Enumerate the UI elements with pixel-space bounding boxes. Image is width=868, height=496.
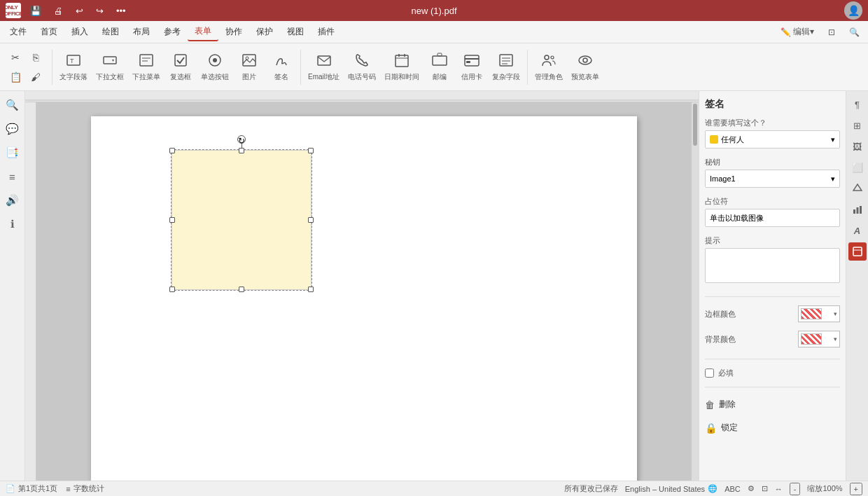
tool-rolemanager[interactable]: 管理角色 bbox=[531, 49, 566, 85]
tool-image[interactable]: 图片 bbox=[234, 49, 265, 85]
rolemanager-icon bbox=[540, 52, 557, 71]
menu-item-draw[interactable]: 绘图 bbox=[95, 23, 126, 41]
image-element[interactable]: ↻ bbox=[172, 150, 312, 290]
mini-sidebar-shape[interactable] bbox=[848, 179, 867, 198]
tool-dropmenu[interactable]: 下拉菜单 bbox=[129, 49, 164, 85]
handle-tc[interactable] bbox=[239, 148, 244, 153]
spell-check[interactable]: ABC bbox=[724, 485, 741, 493]
hint-textarea[interactable] bbox=[705, 248, 840, 283]
email-icon bbox=[316, 52, 332, 71]
tool-radio[interactable]: 单选按钮 bbox=[197, 49, 232, 85]
v-scrollbar[interactable] bbox=[692, 102, 699, 481]
undo-button[interactable]: ↩ bbox=[72, 4, 87, 18]
sidebar-speaker-icon[interactable]: 🔊 bbox=[3, 191, 22, 210]
tool-email[interactable]: Email地址 bbox=[304, 49, 343, 85]
zoom-out-button[interactable]: - bbox=[790, 483, 801, 495]
menu-item-view[interactable]: 视图 bbox=[280, 23, 311, 41]
tool-datetime[interactable]: 日期和时间 bbox=[381, 49, 423, 85]
canvas-area[interactable]: ↻ bbox=[36, 102, 692, 481]
handle-mr[interactable] bbox=[308, 217, 314, 223]
status-bar: 📄 第1页共1页 ≡ 字数统计 所有更改已保存 English – United… bbox=[0, 481, 868, 496]
cut-button[interactable]: ✂ bbox=[6, 48, 25, 67]
scrollbar-thumb[interactable] bbox=[693, 104, 697, 146]
svg-rect-18 bbox=[465, 55, 479, 66]
save-button[interactable]: 💾 bbox=[27, 4, 45, 18]
search-button[interactable]: 🔍 bbox=[844, 25, 865, 39]
sidebar-align-icon[interactable]: ≡ bbox=[3, 167, 22, 186]
sidebar-bookmark-icon[interactable]: 📑 bbox=[3, 143, 22, 163]
sidebar-info-icon[interactable]: ℹ bbox=[3, 214, 22, 234]
sidebar-comment-icon[interactable]: 💬 bbox=[3, 119, 22, 139]
delete-button[interactable]: 🗑 删除 bbox=[705, 396, 840, 413]
title-bar: ONLYOFFICE 💾 🖨 ↩ ↪ ••• new (1).pdf 👤 bbox=[0, 0, 868, 21]
page-info: 📄 第1页共1页 bbox=[6, 483, 57, 494]
zoom-in-button[interactable]: + bbox=[850, 483, 862, 495]
tool-creditcard[interactable]: 信用卡 bbox=[456, 49, 487, 85]
mini-sidebar-table[interactable]: ⊞ bbox=[848, 116, 867, 135]
toolbar-bottom-row: 📋 🖌 bbox=[6, 68, 46, 86]
fit-page-icon: ⊡ bbox=[762, 484, 768, 493]
menu-item-home[interactable]: 首页 bbox=[34, 23, 64, 41]
bg-color-picker[interactable]: ▾ bbox=[798, 331, 840, 347]
word-count[interactable]: ≡ 字数统计 bbox=[66, 483, 104, 494]
required-label: 必填 bbox=[718, 368, 734, 378]
dropmenu-label: 下拉菜单 bbox=[132, 72, 160, 82]
rotate-handle[interactable]: ↻ bbox=[237, 135, 246, 144]
mini-sidebar-header[interactable]: ⬜ bbox=[848, 158, 867, 177]
handle-tl[interactable] bbox=[169, 148, 175, 153]
menu-item-insert[interactable]: 插入 bbox=[64, 23, 95, 41]
location-button[interactable]: ⊡ bbox=[822, 25, 841, 39]
tool-phone[interactable]: 电话号码 bbox=[344, 49, 379, 85]
handle-tr[interactable] bbox=[308, 148, 314, 153]
menu-item-protect[interactable]: 保护 bbox=[249, 23, 280, 41]
handle-br[interactable] bbox=[308, 287, 314, 292]
format-paint-button[interactable]: 🖌 bbox=[26, 68, 46, 86]
tool-signature[interactable]: 签名 bbox=[266, 49, 297, 85]
tool-previewform[interactable]: 预览表单 bbox=[568, 49, 603, 85]
copy-button[interactable]: ⎘ bbox=[26, 48, 46, 67]
fit-page[interactable]: ⊡ bbox=[762, 484, 768, 493]
print-button[interactable]: 🖨 bbox=[50, 4, 66, 18]
handle-bl[interactable] bbox=[169, 287, 175, 292]
save-status: 所有更改已保存 bbox=[564, 483, 618, 494]
fit-width[interactable]: ↔ bbox=[775, 485, 783, 493]
paste-button[interactable]: 📋 bbox=[6, 68, 25, 86]
creditcard-icon bbox=[463, 52, 480, 71]
handle-bc[interactable] bbox=[239, 287, 244, 292]
lock-label: 锁定 bbox=[721, 422, 738, 434]
edit-mode-button[interactable]: ✏️ 编辑▾ bbox=[775, 24, 820, 40]
redo-button[interactable]: ↪ bbox=[92, 4, 107, 18]
menu-item-file[interactable]: 文件 bbox=[3, 23, 34, 41]
required-checkbox[interactable] bbox=[705, 368, 714, 378]
tool-textbox[interactable]: T 文字段落 bbox=[56, 49, 91, 85]
handle-ml[interactable] bbox=[169, 217, 175, 223]
language-selector[interactable]: English – United States 🌐 bbox=[625, 484, 718, 493]
tool-checkbox[interactable]: 复选框 bbox=[165, 49, 196, 85]
placeholder-input[interactable] bbox=[705, 209, 840, 227]
secret-key-dropdown[interactable]: Image1 ▾ bbox=[705, 170, 840, 188]
lock-button[interactable]: 🔒 锁定 bbox=[705, 419, 840, 436]
who-fills-value: 任何人 bbox=[721, 135, 744, 145]
tool-dropdown[interactable]: 下拉文框 bbox=[92, 49, 127, 85]
tool-multiline[interactable]: 复杂字段 bbox=[489, 49, 524, 85]
panel-divider-1 bbox=[705, 296, 840, 297]
phone-icon bbox=[354, 52, 370, 71]
menu-item-cooperate[interactable]: 协作 bbox=[218, 23, 249, 41]
menu-item-plugins[interactable]: 插件 bbox=[311, 23, 342, 41]
menu-item-table[interactable]: 表单 bbox=[188, 22, 218, 41]
track-changes[interactable]: ⚙ bbox=[748, 484, 755, 493]
more-button[interactable]: ••• bbox=[113, 4, 130, 18]
menu-item-references[interactable]: 参考 bbox=[157, 23, 188, 41]
toolbar: ✂ ⎘ 📋 🖌 T 文字段落 下拉文框 下拉菜单 复选框 bbox=[0, 43, 868, 91]
who-fills-dropdown[interactable]: 任何人 ▾ bbox=[705, 130, 840, 149]
mini-sidebar-image[interactable]: 🖼 bbox=[848, 137, 867, 156]
border-color-picker[interactable]: ▾ bbox=[798, 305, 840, 322]
menu-item-layout[interactable]: 布局 bbox=[126, 23, 157, 41]
mini-sidebar-chart[interactable] bbox=[848, 200, 867, 219]
svg-point-26 bbox=[551, 56, 554, 59]
mini-sidebar-paragraph[interactable]: ¶ bbox=[848, 95, 867, 113]
tool-postal[interactable]: 邮编 bbox=[424, 49, 455, 85]
mini-sidebar-text-art[interactable]: A bbox=[848, 221, 867, 240]
mini-sidebar-forms[interactable] bbox=[848, 242, 867, 261]
sidebar-search-icon[interactable]: 🔍 bbox=[3, 95, 22, 115]
